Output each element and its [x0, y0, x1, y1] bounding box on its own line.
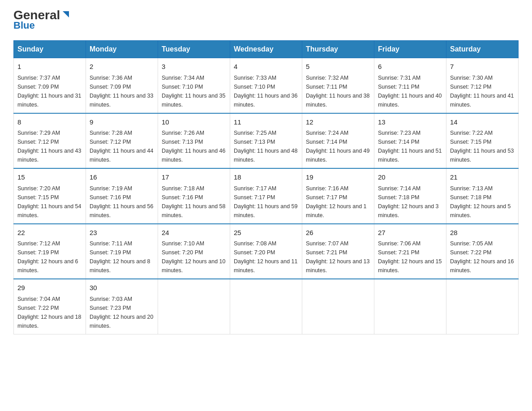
day-number: 23: [90, 228, 154, 238]
day-number: 1: [17, 62, 82, 72]
day-info: Sunrise: 7:28 AMSunset: 7:12 PMDaylight:…: [90, 128, 154, 164]
calendar-cell: 29Sunrise: 7:04 AMSunset: 7:22 PMDayligh…: [14, 279, 86, 334]
logo: General Blue: [13, 9, 71, 31]
day-number: 19: [306, 172, 370, 183]
day-number: 21: [450, 172, 515, 183]
day-info: Sunrise: 7:07 AMSunset: 7:21 PMDaylight:…: [306, 239, 370, 275]
calendar-cell: 23Sunrise: 7:11 AMSunset: 7:19 PMDayligh…: [86, 224, 158, 279]
day-info: Sunrise: 7:18 AMSunset: 7:16 PMDaylight:…: [162, 184, 226, 220]
calendar-cell: [374, 279, 446, 334]
day-info: Sunrise: 7:17 AMSunset: 7:17 PMDaylight:…: [234, 184, 298, 220]
calendar-cell: [158, 279, 230, 334]
calendar-cell: 14Sunrise: 7:22 AMSunset: 7:15 PMDayligh…: [446, 113, 519, 169]
calendar-cell: [230, 279, 302, 334]
calendar-cell: 13Sunrise: 7:23 AMSunset: 7:14 PMDayligh…: [374, 113, 446, 169]
calendar-week-row: 8Sunrise: 7:29 AMSunset: 7:12 PMDaylight…: [14, 113, 519, 169]
day-info: Sunrise: 7:03 AMSunset: 7:23 PMDaylight:…: [90, 295, 154, 330]
calendar-cell: 26Sunrise: 7:07 AMSunset: 7:21 PMDayligh…: [302, 224, 374, 279]
day-info: Sunrise: 7:20 AMSunset: 7:15 PMDaylight:…: [17, 184, 82, 220]
day-number: 20: [378, 172, 442, 183]
calendar-cell: 9Sunrise: 7:28 AMSunset: 7:12 PMDaylight…: [86, 113, 158, 169]
day-info: Sunrise: 7:08 AMSunset: 7:20 PMDaylight:…: [234, 239, 298, 275]
calendar-cell: 5Sunrise: 7:32 AMSunset: 7:11 PMDaylight…: [302, 58, 374, 113]
day-number: 9: [90, 117, 154, 128]
calendar-cell: 16Sunrise: 7:19 AMSunset: 7:16 PMDayligh…: [86, 168, 158, 224]
calendar-cell: 24Sunrise: 7:10 AMSunset: 7:20 PMDayligh…: [158, 224, 230, 279]
day-info: Sunrise: 7:26 AMSunset: 7:13 PMDaylight:…: [162, 128, 226, 164]
weekday-header-monday: Monday: [86, 41, 158, 58]
day-number: 22: [17, 228, 82, 238]
day-number: 17: [162, 172, 226, 183]
calendar-week-row: 1Sunrise: 7:37 AMSunset: 7:09 PMDaylight…: [14, 58, 519, 113]
day-info: Sunrise: 7:29 AMSunset: 7:12 PMDaylight:…: [17, 128, 82, 164]
weekday-header-wednesday: Wednesday: [230, 41, 302, 58]
calendar-cell: 15Sunrise: 7:20 AMSunset: 7:15 PMDayligh…: [14, 168, 86, 224]
calendar-cell: [302, 279, 374, 334]
calendar-cell: 19Sunrise: 7:16 AMSunset: 7:17 PMDayligh…: [302, 168, 374, 224]
day-number: 24: [162, 228, 226, 238]
day-number: 4: [234, 62, 298, 72]
day-number: 6: [378, 62, 442, 72]
day-info: Sunrise: 7:12 AMSunset: 7:19 PMDaylight:…: [17, 239, 82, 275]
day-info: Sunrise: 7:23 AMSunset: 7:14 PMDaylight:…: [378, 128, 442, 164]
day-number: 2: [90, 62, 154, 72]
calendar-week-row: 22Sunrise: 7:12 AMSunset: 7:19 PMDayligh…: [14, 224, 519, 279]
calendar-cell: 1Sunrise: 7:37 AMSunset: 7:09 PMDaylight…: [14, 58, 86, 113]
calendar-header-row: SundayMondayTuesdayWednesdayThursdayFrid…: [14, 41, 519, 58]
calendar-cell: 8Sunrise: 7:29 AMSunset: 7:12 PMDaylight…: [14, 113, 86, 169]
day-number: 8: [17, 117, 82, 128]
day-info: Sunrise: 7:22 AMSunset: 7:15 PMDaylight:…: [450, 128, 515, 164]
calendar-week-row: 29Sunrise: 7:04 AMSunset: 7:22 PMDayligh…: [14, 279, 519, 334]
day-info: Sunrise: 7:34 AMSunset: 7:10 PMDaylight:…: [162, 73, 226, 109]
day-info: Sunrise: 7:10 AMSunset: 7:20 PMDaylight:…: [162, 239, 226, 275]
day-number: 27: [378, 228, 442, 238]
day-number: 29: [17, 283, 82, 293]
day-info: Sunrise: 7:24 AMSunset: 7:14 PMDaylight:…: [306, 128, 370, 164]
day-info: Sunrise: 7:30 AMSunset: 7:12 PMDaylight:…: [450, 73, 515, 109]
logo-arrow-icon: [61, 9, 71, 19]
calendar-cell: 25Sunrise: 7:08 AMSunset: 7:20 PMDayligh…: [230, 224, 302, 279]
day-info: Sunrise: 7:31 AMSunset: 7:11 PMDaylight:…: [378, 73, 442, 109]
day-number: 12: [306, 117, 370, 128]
day-number: 3: [162, 62, 226, 72]
day-info: Sunrise: 7:16 AMSunset: 7:17 PMDaylight:…: [306, 184, 370, 220]
calendar-cell: 12Sunrise: 7:24 AMSunset: 7:14 PMDayligh…: [302, 113, 374, 169]
day-number: 5: [306, 62, 370, 72]
day-number: 16: [90, 172, 154, 183]
day-number: 25: [234, 228, 298, 238]
calendar-cell: 10Sunrise: 7:26 AMSunset: 7:13 PMDayligh…: [158, 113, 230, 169]
day-info: Sunrise: 7:04 AMSunset: 7:22 PMDaylight:…: [17, 295, 82, 330]
weekday-header-tuesday: Tuesday: [158, 41, 230, 58]
day-info: Sunrise: 7:25 AMSunset: 7:13 PMDaylight:…: [234, 128, 298, 164]
calendar-cell: 21Sunrise: 7:13 AMSunset: 7:18 PMDayligh…: [446, 168, 519, 224]
calendar-cell: 28Sunrise: 7:05 AMSunset: 7:22 PMDayligh…: [446, 224, 519, 279]
day-number: 26: [306, 228, 370, 238]
day-number: 18: [234, 172, 298, 183]
calendar-cell: [446, 279, 519, 334]
day-number: 7: [450, 62, 515, 72]
day-info: Sunrise: 7:32 AMSunset: 7:11 PMDaylight:…: [306, 73, 370, 109]
calendar-cell: 2Sunrise: 7:36 AMSunset: 7:09 PMDaylight…: [86, 58, 158, 113]
calendar-cell: 30Sunrise: 7:03 AMSunset: 7:23 PMDayligh…: [86, 279, 158, 334]
logo-blue: Blue: [13, 20, 35, 31]
calendar-cell: 6Sunrise: 7:31 AMSunset: 7:11 PMDaylight…: [374, 58, 446, 113]
day-info: Sunrise: 7:05 AMSunset: 7:22 PMDaylight:…: [450, 239, 515, 275]
calendar-cell: 11Sunrise: 7:25 AMSunset: 7:13 PMDayligh…: [230, 113, 302, 169]
day-info: Sunrise: 7:14 AMSunset: 7:18 PMDaylight:…: [378, 184, 442, 220]
calendar-week-row: 15Sunrise: 7:20 AMSunset: 7:15 PMDayligh…: [14, 168, 519, 224]
day-info: Sunrise: 7:11 AMSunset: 7:19 PMDaylight:…: [90, 239, 154, 275]
day-number: 10: [162, 117, 226, 128]
calendar-table: SundayMondayTuesdayWednesdayThursdayFrid…: [13, 40, 519, 334]
weekday-header-saturday: Saturday: [446, 41, 519, 58]
calendar-cell: 18Sunrise: 7:17 AMSunset: 7:17 PMDayligh…: [230, 168, 302, 224]
calendar-cell: 17Sunrise: 7:18 AMSunset: 7:16 PMDayligh…: [158, 168, 230, 224]
calendar-cell: 20Sunrise: 7:14 AMSunset: 7:18 PMDayligh…: [374, 168, 446, 224]
calendar-cell: 7Sunrise: 7:30 AMSunset: 7:12 PMDaylight…: [446, 58, 519, 113]
day-info: Sunrise: 7:19 AMSunset: 7:16 PMDaylight:…: [90, 184, 154, 220]
calendar-cell: 3Sunrise: 7:34 AMSunset: 7:10 PMDaylight…: [158, 58, 230, 113]
weekday-header-thursday: Thursday: [302, 41, 374, 58]
calendar-cell: 22Sunrise: 7:12 AMSunset: 7:19 PMDayligh…: [14, 224, 86, 279]
calendar-cell: 27Sunrise: 7:06 AMSunset: 7:21 PMDayligh…: [374, 224, 446, 279]
day-info: Sunrise: 7:13 AMSunset: 7:18 PMDaylight:…: [450, 184, 515, 220]
weekday-header-sunday: Sunday: [14, 41, 86, 58]
